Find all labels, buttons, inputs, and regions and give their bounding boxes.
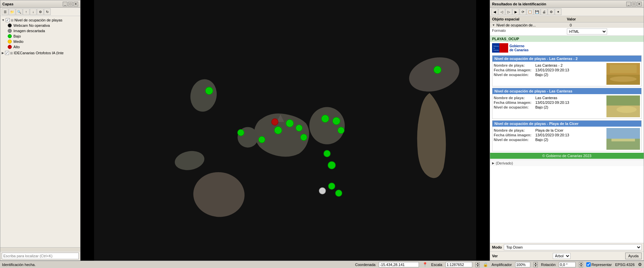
- capas-controls: _ □ ✕: [63, 2, 78, 6]
- legend-webcam: Webcam No operativa: [2, 23, 79, 28]
- capas-btn-refresh[interactable]: ↻: [44, 8, 51, 15]
- legend-bajo: Bajo: [2, 34, 79, 39]
- result-section-playas: PLAYAS_OCUP Gobierno de Canarias: [490, 36, 644, 160]
- scale-input[interactable]: [445, 262, 472, 267]
- beach-card-1-fecha-row: Fecha última imagen: 13/01/2023 09:20:13: [494, 68, 605, 72]
- results-ver-bar: Ver Árbol Tabla Ayuda: [490, 251, 644, 260]
- result-section-nivel: ▼ Nivel de ocupación de... 0 Formato HTM…: [490, 22, 644, 36]
- result-nivel-label: Nivel de ocupación de...: [496, 23, 569, 27]
- results-btn-7[interactable]: 💾: [534, 8, 540, 15]
- beach-nivel-value-2: Bajo (2): [535, 105, 548, 109]
- beach-fecha-label-3: Fecha última imagen:: [494, 133, 534, 137]
- chevron-derived-icon: ▶: [492, 161, 494, 165]
- capas-btn-up[interactable]: ↑: [23, 8, 30, 15]
- results-btn-settings[interactable]: ⚙: [548, 8, 554, 15]
- capas-btn-down[interactable]: ↓: [30, 8, 37, 15]
- capas-btn-add[interactable]: ☰: [2, 8, 8, 15]
- beach-card-1: Nivel de ocupación de playas - Las Cante…: [492, 55, 642, 86]
- rotation-down-btn[interactable]: ▼: [579, 265, 583, 267]
- svg-point-39: [616, 106, 637, 113]
- results-btn-4[interactable]: ▶: [513, 8, 519, 15]
- amplifier-input[interactable]: [515, 262, 530, 267]
- map-area[interactable]: [80, 0, 490, 261]
- svg-point-35: [610, 76, 637, 82]
- results-controls: _ □ ✕: [626, 2, 642, 6]
- beach-card-2-nombre-row: Nombre de playa: Las Canteras: [494, 95, 605, 100]
- coord-input[interactable]: [379, 262, 419, 267]
- capas-minimize-btn[interactable]: _: [63, 2, 67, 6]
- svg-point-16: [338, 127, 344, 133]
- layer-group-ortofotos-header[interactable]: ▶ ✓ ⊞ IDECanarias Ortofotos IA (Inte: [2, 50, 79, 56]
- layer-group-playas-header[interactable]: ▼ ✓ ⊞ Nivel de ocupación de playas: [2, 17, 79, 23]
- format-select[interactable]: HTML Text: [567, 28, 607, 35]
- layer-playas-checkbox[interactable]: ✓: [6, 18, 10, 22]
- capas-hscrollbar[interactable]: [0, 247, 80, 251]
- results-minimize-btn[interactable]: _: [626, 2, 631, 6]
- results-btn-3[interactable]: ▷: [505, 8, 512, 15]
- beach-nivel-label-1: Nivel de ocupación:: [494, 73, 534, 77]
- results-btn-2[interactable]: ◁: [498, 8, 505, 15]
- results-btn-6[interactable]: 📋: [527, 8, 533, 15]
- modo-select[interactable]: Top Down Bottom Up: [504, 244, 642, 250]
- capas-content: ▼ ✓ ⊞ Nivel de ocupación de playas Webca…: [0, 16, 80, 247]
- search-input[interactable]: [2, 253, 79, 259]
- svg-rect-27: [499, 43, 508, 53]
- rotation-input[interactable]: [559, 262, 576, 267]
- beach-card-1-title: Nivel de ocupación de playas - Las Cante…: [494, 57, 578, 61]
- svg-point-23: [328, 183, 335, 189]
- map-svg: [80, 0, 490, 261]
- represent-label: Representar: [591, 263, 612, 267]
- beach-card-3-fecha-row: Fecha última imagen: 13/01/2023 09:20:13: [494, 133, 605, 137]
- capas-btn-filter[interactable]: 🔍: [16, 8, 22, 15]
- svg-point-13: [272, 119, 278, 125]
- beach-thumb-svg-3: [606, 128, 640, 150]
- layer-ortofoto-checkbox[interactable]: ✓: [5, 51, 9, 55]
- amplifier-spinner: ▲ ▼: [534, 262, 538, 267]
- beach-card-2-title: Nivel de ocupación de playas - Las Cante…: [494, 89, 572, 93]
- layer-group-ortofotos: ▶ ✓ ⊞ IDECanarias Ortofotos IA (Inte: [2, 50, 79, 56]
- results-btn-1[interactable]: ◀: [491, 8, 498, 15]
- results-btn-extra[interactable]: ✦: [555, 8, 561, 15]
- beach-card-2: Nivel de ocupación de playas - Las Cante…: [492, 88, 642, 119]
- results-btn-5[interactable]: ⟳: [520, 8, 526, 15]
- derived-label: (Derivado): [496, 161, 513, 165]
- scale-down-btn[interactable]: ▼: [476, 265, 480, 267]
- ver-select[interactable]: Árbol Tabla: [553, 253, 571, 259]
- beach-card-3-header: Nivel de ocupación de playas - Playa de …: [492, 121, 641, 127]
- layer-ortofoto-label: IDECanarias Ortofotos IA (Inte: [14, 51, 64, 55]
- ayuda-button[interactable]: Ayuda: [625, 253, 642, 259]
- results-panel: Resultados de la identificación _ □ ✕ ◀ …: [490, 0, 644, 261]
- svg-point-10: [296, 125, 302, 131]
- results-btn-8[interactable]: 🖨: [541, 8, 547, 15]
- gov-name: Gobiernode Canarias: [509, 44, 529, 52]
- represent-checkbox-label: Representar: [586, 262, 612, 267]
- svg-point-25: [319, 188, 325, 194]
- svg-point-18: [205, 87, 213, 94]
- beach-nombre-label-3: Nombre de playa:: [494, 128, 534, 132]
- beach-fecha-value-2: 13/01/2023 09:20:13: [535, 100, 569, 105]
- layer-ortofoto-folder-icon: ⊞: [10, 51, 13, 55]
- svg-point-11: [301, 134, 307, 140]
- amplifier-up-btn[interactable]: ▲: [534, 262, 538, 265]
- represent-checkbox[interactable]: [586, 262, 591, 267]
- derived-row[interactable]: ▶ (Derivado): [490, 160, 644, 166]
- playas-header: PLAYAS_OCUP: [490, 36, 644, 42]
- result-section-nivel-header[interactable]: ▼ Nivel de ocupación de... 0: [490, 22, 644, 28]
- svg-point-20: [328, 161, 335, 169]
- results-restore-btn[interactable]: □: [632, 2, 636, 6]
- dot-gray-icon: [8, 29, 12, 33]
- amplifier-down-btn[interactable]: ▼: [534, 265, 538, 267]
- capas-restore-btn[interactable]: □: [68, 2, 73, 6]
- map-canvas[interactable]: [80, 0, 490, 261]
- scale-up-btn[interactable]: ▲: [476, 262, 480, 265]
- beach-card-1-nivel-row: Nivel de ocupación: Bajo (2): [494, 72, 605, 77]
- capas-close-btn[interactable]: ✕: [73, 2, 78, 6]
- results-close-btn[interactable]: ✕: [637, 2, 642, 6]
- capas-btn-remove[interactable]: 📁: [9, 8, 15, 15]
- result-formato-label: Formato: [492, 28, 567, 35]
- capas-btn-settings[interactable]: ⚙: [37, 8, 44, 15]
- beach-card-3: Nivel de ocupación de playas - Playa de …: [492, 120, 642, 151]
- svg-point-22: [324, 150, 330, 157]
- rotation-up-btn[interactable]: ▲: [579, 262, 583, 265]
- footer-bar: Identificación hecha. Coordenada 📍 Escal…: [0, 261, 644, 268]
